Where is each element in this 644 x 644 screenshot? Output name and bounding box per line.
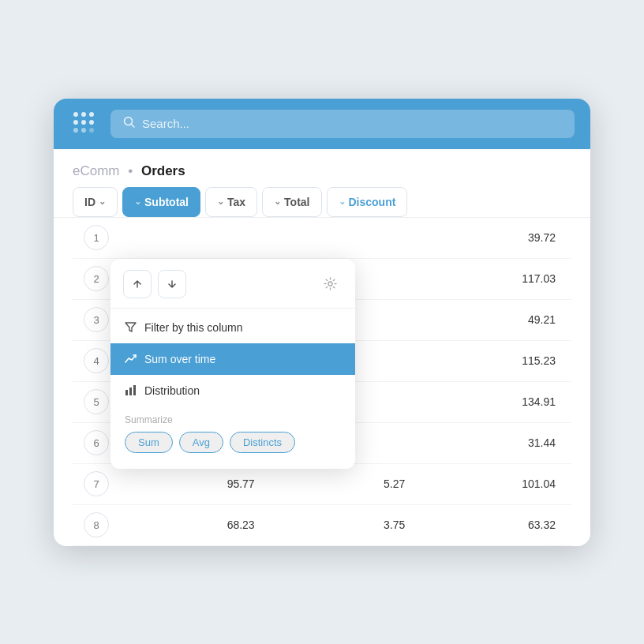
filter-icon: [125, 321, 137, 333]
sum-over-time-label: Sum over time: [144, 353, 215, 365]
svg-rect-12: [125, 390, 128, 395]
col-header-id[interactable]: ID ⌄: [73, 187, 118, 217]
cell-id: 8: [73, 512, 120, 537]
filter-by-column-item[interactable]: Filter by this column: [110, 312, 355, 343]
summarize-section: Summarize Sum Avg Distincts: [110, 406, 355, 456]
cell-value: 95.77: [120, 477, 271, 490]
col-header-subtotal[interactable]: ⌄ Subtotal: [122, 187, 200, 217]
col-tax-label: Tax: [227, 196, 245, 208]
id-badge: 1: [84, 225, 109, 250]
col-header-total[interactable]: ⌄ Total: [262, 187, 321, 217]
col-total-label: Total: [284, 196, 309, 208]
table-row: 8 68.23 3.75 63.32: [73, 505, 571, 546]
cell-value: 68.23: [120, 519, 271, 531]
id-badge: 6: [84, 430, 109, 455]
id-badge: 4: [84, 348, 109, 373]
cell-value: 63.32: [421, 519, 571, 531]
search-input[interactable]: [142, 117, 562, 130]
svg-point-1: [81, 112, 86, 117]
cell-value: 5.27: [271, 477, 421, 490]
summarize-label: Summarize: [125, 414, 341, 425]
svg-rect-13: [129, 388, 132, 395]
distincts-pill[interactable]: Distincts: [230, 432, 295, 453]
cell-id: 1: [73, 225, 120, 250]
chevron-down-icon: ⌄: [217, 197, 224, 207]
cell-value: 101.04: [421, 477, 571, 490]
svg-point-7: [81, 128, 86, 133]
svg-line-10: [132, 124, 135, 127]
svg-point-4: [81, 120, 86, 125]
breadcrumb-separator: •: [128, 163, 133, 178]
settings-button[interactable]: [317, 271, 343, 297]
col-header-tax[interactable]: ⌄ Tax: [205, 187, 257, 217]
sort-asc-button[interactable]: [123, 270, 152, 298]
app-logo: [69, 108, 98, 140]
svg-point-8: [89, 128, 94, 133]
avg-pill[interactable]: Avg: [179, 432, 223, 453]
id-badge: 7: [84, 471, 109, 496]
sum-pill[interactable]: Sum: [125, 432, 173, 453]
sort-desc-button[interactable]: [158, 270, 186, 298]
cell-value: 3.75: [271, 519, 421, 531]
svg-rect-14: [133, 385, 136, 395]
table-header: ID ⌄ ⌄ Subtotal ⌄ Tax ⌄ Total ⌄ Discount: [54, 187, 590, 218]
breadcrumb: eComm • Orders: [73, 163, 185, 178]
sum-over-time-item[interactable]: Sum over time: [110, 343, 355, 375]
distribution-label: Distribution: [144, 384, 200, 397]
svg-point-11: [328, 282, 332, 286]
table-row: 7 95.77 5.27 101.04: [73, 464, 571, 505]
app-header: [54, 99, 590, 149]
id-badge: 5: [84, 389, 109, 414]
cell-value: 39.72: [120, 231, 571, 244]
column-dropdown: Filter by this column Sum over time: [110, 259, 355, 469]
col-discount-label: Discount: [349, 196, 396, 208]
bar-chart-icon: [125, 384, 137, 396]
svg-point-3: [73, 120, 78, 125]
search-bar[interactable]: [110, 110, 575, 138]
col-id-label: ID: [84, 196, 95, 208]
chevron-down-icon: ⌄: [134, 197, 141, 207]
chevron-down-icon: ⌄: [274, 197, 281, 207]
table-body: 1 39.72 2 117.03 3 49.21 4 115.23: [54, 218, 590, 546]
breadcrumb-current: Orders: [141, 163, 185, 178]
popup-toolbar: [110, 270, 355, 308]
chevron-down-icon: ⌄: [339, 197, 346, 207]
svg-point-5: [89, 120, 94, 125]
id-badge: 3: [84, 307, 109, 332]
divider: [110, 308, 355, 309]
distribution-item[interactable]: Distribution: [110, 375, 355, 406]
col-header-discount[interactable]: ⌄ Discount: [327, 187, 408, 217]
filter-by-column-label: Filter by this column: [144, 321, 242, 334]
svg-point-6: [73, 128, 78, 133]
trend-icon: [125, 353, 137, 365]
breadcrumb-area: eComm • Orders: [54, 149, 590, 187]
search-icon: [123, 116, 136, 132]
svg-point-0: [73, 112, 78, 117]
svg-point-2: [89, 112, 94, 117]
cell-id: 7: [73, 471, 120, 496]
summarize-pills: Sum Avg Distincts: [125, 432, 341, 453]
col-subtotal-label: Subtotal: [144, 196, 189, 208]
app-window: eComm • Orders ID ⌄ ⌄ Subtotal ⌄ Tax ⌄ T…: [54, 99, 590, 546]
breadcrumb-parent[interactable]: eComm: [73, 163, 120, 178]
table-row: 1 39.72: [73, 218, 571, 259]
id-badge: 2: [84, 266, 109, 291]
chevron-down-icon: ⌄: [99, 197, 106, 207]
id-badge: 8: [84, 512, 109, 537]
